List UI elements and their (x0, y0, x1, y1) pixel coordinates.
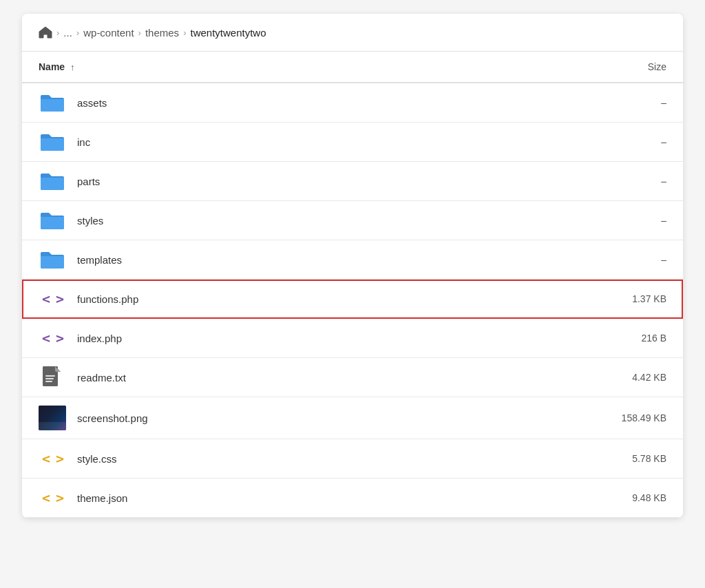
file-name-cell: parts (22, 162, 449, 201)
json-file-icon: < > (39, 487, 66, 509)
breadcrumb-sep-3: › (183, 28, 186, 38)
table-row[interactable]: screenshot.png158.49 KB (22, 397, 683, 439)
folder-icon (39, 92, 66, 114)
file-name-cell: screenshot.png (22, 397, 449, 439)
table-row[interactable]: templates– (22, 240, 683, 280)
file-size-cell: 1.37 KB (449, 280, 683, 319)
image-file-icon (39, 406, 66, 430)
table-row[interactable]: styles– (22, 201, 683, 240)
text-file-icon (39, 366, 66, 388)
file-size-cell: 216 B (449, 319, 683, 358)
file-size-cell: – (449, 83, 683, 123)
file-name-cell: templates (22, 240, 449, 280)
svg-rect-4 (45, 381, 52, 382)
breadcrumb-twentytwentytwo[interactable]: twentytwentytwo (190, 27, 266, 39)
table-row[interactable]: assets– (22, 83, 683, 123)
table-row[interactable]: readme.txt4.42 KB (22, 358, 683, 397)
file-browser: › ... › wp-content › themes › twentytwen… (22, 14, 683, 518)
table-header-row: Name ↑ Size (22, 52, 683, 83)
file-name-cell: assets (22, 83, 449, 123)
file-size-cell: – (449, 162, 683, 201)
folder-icon (39, 131, 66, 153)
table-row[interactable]: < > functions.php1.37 KB (22, 280, 683, 319)
file-name-cell: styles (22, 201, 449, 240)
file-name-cell: < > index.php (22, 319, 449, 358)
file-name-cell: < > functions.php (22, 280, 449, 319)
file-name-label: assets (77, 97, 107, 109)
breadcrumb-sep-2: › (138, 28, 141, 38)
file-name-cell: < > style.css (22, 439, 449, 479)
breadcrumb: › ... › wp-content › themes › twentytwen… (22, 14, 683, 52)
file-size-cell: 9.48 KB (449, 479, 683, 518)
file-size-cell: – (449, 123, 683, 162)
svg-rect-2 (45, 375, 55, 377)
breadcrumb-wp-content[interactable]: wp-content (83, 27, 134, 39)
file-size-cell: – (449, 201, 683, 240)
file-name-label: screenshot.png (77, 412, 148, 424)
php-file-icon: < > (39, 288, 66, 310)
css-file-icon: < > (39, 448, 66, 470)
file-name-label: readme.txt (77, 372, 126, 384)
file-size-cell: 4.42 KB (449, 358, 683, 397)
file-size-cell: 158.49 KB (449, 397, 683, 439)
table-row[interactable]: < > theme.json9.48 KB (22, 479, 683, 518)
file-name-label: inc (77, 136, 90, 148)
file-name-label: parts (77, 176, 100, 187)
file-name-label: theme.json (77, 492, 127, 504)
file-name-cell: < > theme.json (22, 479, 449, 518)
table-row[interactable]: < > style.css5.78 KB (22, 439, 683, 479)
file-size-cell: 5.78 KB (449, 439, 683, 479)
breadcrumb-sep-1: › (76, 28, 79, 38)
breadcrumb-ellipsis[interactable]: ... (63, 27, 72, 39)
table-row[interactable]: inc– (22, 123, 683, 162)
folder-icon (39, 209, 66, 231)
folder-icon (39, 249, 66, 271)
col-name-header[interactable]: Name ↑ (22, 52, 449, 83)
file-name-cell: readme.txt (22, 358, 449, 397)
breadcrumb-home[interactable] (39, 26, 52, 39)
file-table: Name ↑ Size assets– inc– (22, 52, 683, 518)
file-name-label: styles (77, 215, 103, 227)
file-size-cell: – (449, 240, 683, 280)
file-name-cell: inc (22, 123, 449, 162)
col-size-header: Size (449, 52, 683, 83)
file-name-label: index.php (77, 333, 122, 344)
file-name-label: templates (77, 254, 122, 266)
folder-icon (39, 170, 66, 192)
breadcrumb-themes[interactable]: themes (145, 27, 179, 39)
svg-rect-3 (45, 378, 54, 379)
file-name-label: style.css (77, 453, 117, 465)
php-file-icon: < > (39, 327, 66, 349)
file-name-label: functions.php (77, 293, 138, 305)
table-row[interactable]: parts– (22, 162, 683, 201)
table-row[interactable]: < > index.php216 B (22, 319, 683, 358)
sort-arrow-icon: ↑ (70, 62, 75, 72)
breadcrumb-sep-0: › (56, 28, 59, 38)
